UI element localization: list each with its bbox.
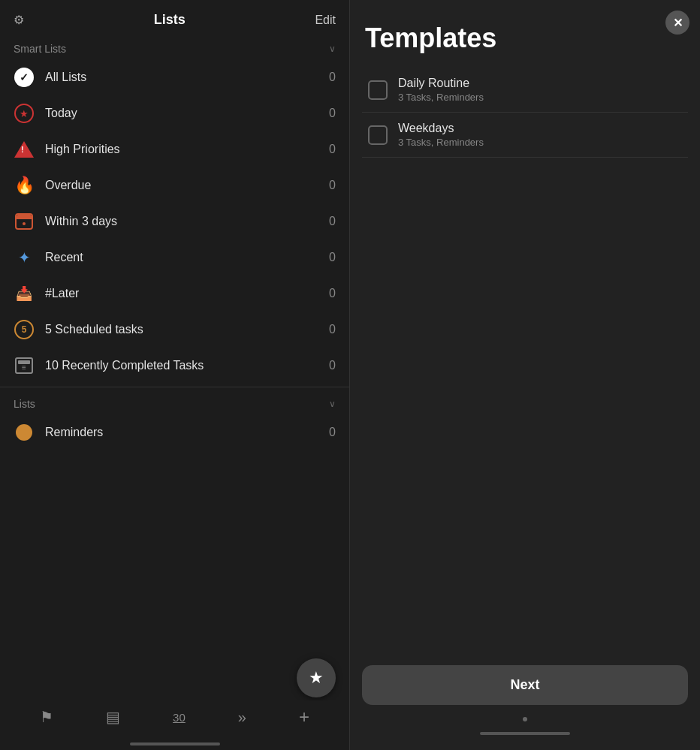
notes-icon[interactable]: ▤: [106, 708, 120, 726]
sidebar-item-overdue[interactable]: 🔥 Overdue 0: [0, 167, 349, 203]
sidebar-item-later[interactable]: 📥 #Later 0: [0, 276, 349, 312]
lists-section-label: Lists: [14, 398, 35, 410]
scheduled-number-icon: 5: [14, 319, 35, 340]
weekdays-subtitle: 3 Tasks, Reminders: [398, 137, 484, 148]
next-button[interactable]: Next: [362, 665, 688, 705]
sidebar-item-5-scheduled[interactable]: 5 5 Scheduled tasks 0: [0, 312, 349, 348]
home-indicator-right: [480, 732, 570, 735]
later-count: 0: [329, 287, 336, 300]
smart-lists-items: All Lists 0 Today 0 High Priorities 0 🔥 …: [0, 59, 349, 384]
gear-icon[interactable]: ⚙: [14, 13, 24, 27]
sidebar-item-today[interactable]: Today 0: [0, 95, 349, 131]
recent-count: 0: [329, 251, 336, 264]
sidebar-item-10-completed[interactable]: 10 Recently Completed Tasks 0: [0, 348, 349, 384]
flag-icon[interactable]: ⚑: [40, 708, 53, 726]
template-checkbox-weekdays[interactable]: [368, 125, 388, 145]
sidebar-item-all-lists[interactable]: All Lists 0: [0, 59, 349, 95]
lists-title: Lists: [24, 12, 315, 28]
daily-routine-subtitle: 3 Tasks, Reminders: [398, 92, 484, 103]
template-item-daily-routine[interactable]: Daily Routine 3 Tasks, Reminders: [362, 68, 688, 113]
smart-lists-section-header: Smart Lists ∨: [0, 35, 349, 59]
next-button-container: Next: [362, 665, 688, 705]
today-star-icon: [14, 103, 35, 124]
10-completed-label: 10 Recently Completed Tasks: [45, 359, 323, 372]
left-panel: ⚙ Lists Edit Smart Lists ∨ All Lists 0 T…: [0, 0, 350, 750]
spark-icon: ✦: [14, 247, 35, 268]
reminders-count: 0: [329, 426, 336, 439]
today-count: 0: [329, 107, 336, 120]
high-priorities-count: 0: [329, 143, 336, 156]
inbox-icon: 📥: [14, 283, 35, 304]
within-3-days-label: Within 3 days: [45, 215, 323, 228]
weekdays-name: Weekdays: [398, 122, 484, 135]
template-info-weekdays: Weekdays 3 Tasks, Reminders: [398, 122, 484, 148]
5-scheduled-count: 0: [329, 323, 336, 336]
sidebar-item-recent[interactable]: ✦ Recent 0: [0, 239, 349, 276]
lists-items: Reminders 0: [0, 414, 349, 450]
reminders-circle-icon: [14, 422, 35, 443]
lists-chevron-icon: ∨: [329, 399, 336, 409]
reminders-label: Reminders: [45, 426, 323, 439]
template-item-weekdays[interactable]: Weekdays 3 Tasks, Reminders: [362, 113, 688, 158]
calendar-icon: [14, 211, 35, 232]
fire-icon: 🔥: [14, 175, 35, 196]
close-button[interactable]: ✕: [665, 11, 689, 35]
forward-skip-icon[interactable]: »: [238, 709, 246, 726]
fab-star-button[interactable]: [297, 658, 336, 697]
high-priorities-label: High Priorities: [45, 143, 323, 156]
daily-routine-name: Daily Routine: [398, 77, 484, 90]
template-list: Daily Routine 3 Tasks, Reminders Weekday…: [350, 68, 700, 158]
triangle-warning-icon: [14, 139, 35, 160]
number-30-button[interactable]: 30: [173, 711, 186, 724]
lists-section-header: Lists ∨: [0, 390, 349, 414]
overdue-count: 0: [329, 179, 336, 192]
all-lists-count: 0: [329, 71, 336, 84]
left-header: ⚙ Lists Edit: [0, 3, 349, 35]
today-label: Today: [45, 107, 323, 120]
sidebar-item-high-priorities[interactable]: High Priorities 0: [0, 131, 349, 167]
smart-lists-label: Smart Lists: [14, 43, 66, 55]
smart-lists-chevron-icon: ∨: [329, 44, 336, 54]
overdue-label: Overdue: [45, 179, 323, 192]
within-3-days-count: 0: [329, 215, 336, 228]
all-lists-label: All Lists: [45, 71, 323, 84]
10-completed-count: 0: [329, 359, 336, 372]
home-indicator-left: [130, 742, 220, 745]
right-panel: ✕ Templates Daily Routine 3 Tasks, Remin…: [350, 0, 700, 750]
sidebar-item-reminders[interactable]: Reminders 0: [0, 414, 349, 450]
page-indicator-dot: [523, 717, 527, 721]
template-info-daily-routine: Daily Routine 3 Tasks, Reminders: [398, 77, 484, 103]
completed-tasks-icon: [14, 355, 35, 376]
templates-title: Templates: [350, 8, 700, 68]
sidebar-item-within-3-days[interactable]: Within 3 days 0: [0, 203, 349, 239]
recent-label: Recent: [45, 251, 323, 264]
edit-button[interactable]: Edit: [315, 14, 336, 27]
later-label: #Later: [45, 287, 323, 300]
section-divider: [0, 387, 349, 387]
check-circle-icon: [14, 67, 35, 88]
5-scheduled-label: 5 Scheduled tasks: [45, 323, 323, 336]
add-icon[interactable]: +: [299, 706, 309, 727]
template-checkbox-daily-routine[interactable]: [368, 80, 388, 100]
